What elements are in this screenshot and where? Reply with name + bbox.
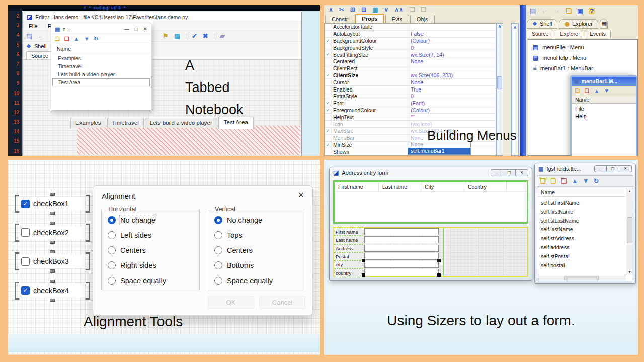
popup-titlebar[interactable]: ▦ n... —□✕ [51,24,151,34]
checkbox[interactable] [21,257,30,266]
menu-file[interactable]: File [29,23,38,29]
close-icon[interactable]: ✕ [516,169,528,176]
minimize-icon[interactable]: — [124,26,129,32]
property-value[interactable]: (wx.Icon) [408,121,496,127]
property-value[interactable]: (Colour) [408,107,496,113]
tab-constr[interactable]: Constr [325,15,354,23]
selection-handle[interactable] [50,250,55,253]
selection-handle[interactable] [15,224,19,242]
checkbox[interactable] [21,228,30,237]
selection-handle[interactable] [50,212,55,215]
selection-handle[interactable] [15,282,19,300]
menubar-editor-titlebar[interactable]: ▦menuBar1.M... [572,77,636,86]
radio-option[interactable]: Tops [214,230,302,240]
selection-handle[interactable] [86,282,90,300]
maximize-icon[interactable]: □ [135,26,138,32]
subtab-events[interactable]: Events [585,30,611,38]
list-item[interactable]: self.stLastName [541,217,626,226]
selection-handle[interactable] [437,259,441,262]
subtab-source[interactable]: Source [527,30,553,38]
tab-objs[interactable]: Objs [410,15,435,23]
window-titlebar[interactable]: ▦ fgsFields.Ite... —▢✕ [535,163,635,174]
list-item[interactable]: self.stAddress [541,234,626,243]
tab-partial[interactable]: ▦ [600,19,608,29]
list-item[interactable]: Test Area [52,78,150,86]
property-row[interactable]: ✓ClientSizewx.Size(406, 233) [325,72,496,79]
list-item[interactable]: self.stPostal [541,252,626,261]
property-row[interactable]: HelpText"" [325,114,496,121]
list-item[interactable]: Lets build a video player [52,70,150,78]
notebook-tab[interactable]: Examples [70,118,106,128]
selection-handle[interactable] [50,269,55,273]
property-value[interactable]: (Colour) [408,38,496,44]
window-titlebar[interactable]: ◪ Address entry form —▢✕ [330,167,532,178]
property-row[interactable]: EnabledTrue [325,86,496,93]
radio-option[interactable]: Centers [214,245,302,255]
list-item[interactable]: self.lastName [541,225,626,234]
selection-handle[interactable] [50,241,55,244]
checkbox[interactable]: ✓ [21,200,30,208]
tab-shell[interactable]: ❖Shell [527,19,557,29]
selection-handle[interactable] [50,222,55,225]
scroll-thumb[interactable] [564,276,599,280]
radio-option[interactable]: Right sides [108,260,199,270]
property-value[interactable]: True [408,86,496,93]
property-value[interactable]: "" [408,114,496,120]
close-icon[interactable]: ✕ [298,190,304,200]
tab-props[interactable]: Props [355,14,384,23]
property-row[interactable]: ClientRect [325,65,496,72]
list-item[interactable]: Timetravel [52,62,150,70]
list-item[interactable]: self.stFirstName [541,199,626,208]
property-row[interactable]: ✓BestFittingSizewx.Size(7, 14) [325,51,496,58]
selection-handle[interactable] [50,280,55,283]
property-value[interactable]: wx.Size(406, 233) [408,72,496,78]
text-input[interactable] [364,253,439,260]
column-header[interactable]: Country [464,182,507,191]
scrollbar-horizontal[interactable] [537,275,626,281]
selection-handle[interactable] [86,195,90,213]
property-row[interactable]: ✓Font(Font) [325,100,496,107]
close-icon[interactable]: ✕ [619,165,632,172]
close-icon[interactable]: ✕ [143,26,147,32]
subtab-explore[interactable]: Explore [555,30,583,38]
tab-source[interactable]: Source [26,51,53,60]
radio-option[interactable]: No change [214,215,302,225]
text-input[interactable] [364,245,439,252]
list-item[interactable]: self.address [541,243,626,252]
editor-titlebar[interactable]: ◪Editor - Ians demo - file://C:\Users\Ia… [23,12,301,22]
column-header[interactable]: Last name [379,182,421,191]
ok-button[interactable]: OK [208,296,254,309]
text-input[interactable] [364,269,439,276]
radio-option[interactable]: Centers [108,245,199,255]
tab-evts[interactable]: Evts [385,15,409,23]
text-input[interactable] [364,236,439,243]
radio-option[interactable]: Space equally [214,275,302,286]
property-value[interactable]: wx.Size(7, 14) [408,52,496,58]
property-value[interactable]: None [408,58,496,64]
property-row[interactable]: AutoLayoutFalse [325,31,496,38]
property-value[interactable]: False [408,31,496,37]
tree-item[interactable]: ▤menuHelp : Menu [533,55,637,61]
selection-handle[interactable] [362,259,365,262]
minimize-icon[interactable]: — [491,169,503,176]
tab-explorer[interactable]: ◉Explorer [559,19,598,29]
radio-option[interactable]: Space equally [108,275,199,286]
column-header[interactable]: First name [335,182,379,191]
selection-handle[interactable] [15,252,19,270]
property-row[interactable]: BackgroundStyle0 [325,44,496,51]
list-item[interactable]: Examples [52,54,150,62]
radio-option[interactable]: Bottoms [214,260,302,270]
selection-handle[interactable] [86,224,90,242]
selection-handle[interactable] [362,273,365,277]
property-value[interactable]: 0 [408,93,496,99]
menu-item[interactable]: Help [575,113,636,120]
property-row[interactable]: CenteredNone [325,58,496,65]
property-value[interactable]: None [408,79,496,85]
property-row[interactable]: CursorNone [325,79,496,86]
property-value[interactable]: 0 [408,45,496,51]
selection-handle[interactable] [50,193,55,196]
selection-handle[interactable] [15,195,19,213]
property-value[interactable]: (Font) [408,100,496,106]
text-input[interactable] [364,261,439,268]
column-header[interactable]: City [421,182,464,191]
